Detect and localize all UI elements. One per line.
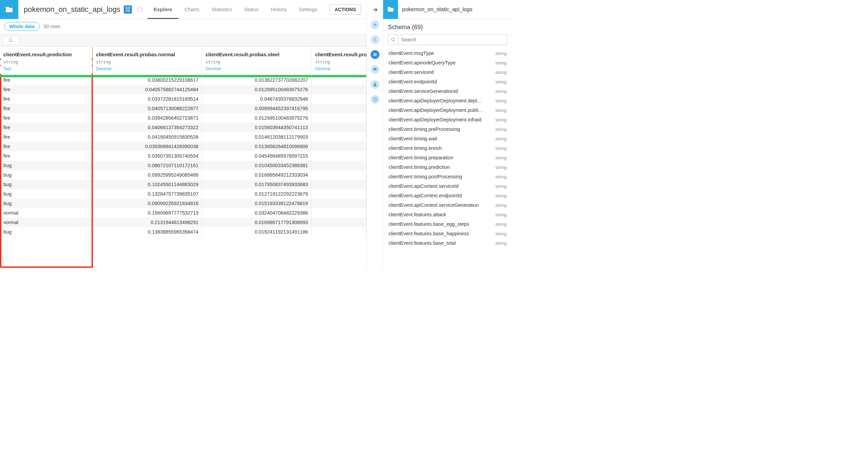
schema-field[interactable]: clientEvent.timing.postProcessingstring xyxy=(388,172,507,181)
table-row[interactable]: fire0.040571300882228770.009994452397416… xyxy=(0,104,367,113)
table-cell: 0.039368941428390036 xyxy=(93,142,202,151)
schema-field[interactable]: clientEvent.features.base_happinessstrin… xyxy=(388,229,507,238)
schema-field[interactable]: clientEvent.timing.enrichstring xyxy=(388,143,507,153)
schema-field-name: clientEvent.features.attack xyxy=(389,212,446,217)
table-row[interactable]: bug0.086721071101721610.0104500334523883… xyxy=(0,161,367,170)
info-icon[interactable]: i xyxy=(371,35,379,44)
schema-field[interactable]: clientEvent.timing.waitstring xyxy=(388,134,507,143)
table-cell: 0.04190450915830528 xyxy=(93,132,202,142)
data-table: clientEvent.result.prediction clientEven… xyxy=(0,47,367,237)
table-cell: fire xyxy=(0,85,93,94)
table-cell xyxy=(312,218,367,227)
schema-field[interactable]: clientEvent.apiDeployerDeployment.deplo…… xyxy=(388,96,507,105)
schema-field[interactable]: clientEvent.serviceGenerationIdstring xyxy=(388,86,507,96)
table-cell: 0.015193339122478819 xyxy=(202,199,312,208)
schema-search[interactable] xyxy=(388,34,507,45)
schema-field[interactable]: clientEvent.apiDeployerDeployment.infraI… xyxy=(388,115,507,124)
schema-field[interactable]: clientEvent.apiContext.serviceIdstring xyxy=(388,181,507,191)
schema-search-input[interactable] xyxy=(398,37,507,42)
schema-field-name: clientEvent.timing.prediction xyxy=(389,164,450,170)
clock-icon[interactable] xyxy=(371,95,379,104)
actions-button[interactable]: ACTIONS xyxy=(330,4,361,15)
tab-explore[interactable]: Explore xyxy=(147,0,178,19)
filter-search[interactable] xyxy=(3,36,19,45)
table-row[interactable]: fire0.033722818151695140.046743537683294… xyxy=(0,94,367,104)
table-row[interactable]: normal0.21319446134982910.01698671779130… xyxy=(0,218,367,227)
tab-settings[interactable]: Settings xyxy=(293,0,323,19)
schema-field-type: string xyxy=(495,165,507,170)
flask-icon[interactable] xyxy=(371,80,379,89)
table-row[interactable]: bug0.132847577398351070.0127191222922236… xyxy=(0,189,367,199)
schema-list: clientEvent.msgTypestringclientEvent.api… xyxy=(388,48,507,265)
col-storage: string xyxy=(202,60,312,65)
table-row[interactable]: fire0.040661373542733220.015603944350741… xyxy=(0,123,367,132)
schema-field[interactable]: clientEvent.endpointIdstring xyxy=(388,77,507,86)
col-meaning[interactable]: Decimal xyxy=(202,66,312,74)
schema-field[interactable]: clientEvent.timing.preparationstring xyxy=(388,153,507,162)
table-cell xyxy=(312,170,367,180)
col-meaning[interactable]: Text xyxy=(0,66,93,74)
table-row[interactable]: bug0.102455011448830290.0179508374939336… xyxy=(0,180,367,189)
table-row[interactable]: fire0.039428564027238710.012995100483975… xyxy=(0,113,367,123)
col-header[interactable]: clientEvent.result.prediction xyxy=(0,47,93,59)
col-header[interactable]: clientEvent.result.probas.normal xyxy=(93,47,202,59)
schema-field[interactable]: clientEvent.features.base_totalstring xyxy=(388,238,507,248)
gdpr-badge[interactable]: GD PR xyxy=(124,5,132,14)
col-meaning[interactable]: Decimal xyxy=(312,66,367,74)
schema-heading: Schema (69) xyxy=(388,24,507,31)
schema-field[interactable]: clientEvent.timing.preProcessingstring xyxy=(388,124,507,134)
table-cell xyxy=(312,227,367,237)
data-table-wrap: clientEvent.result.prediction clientEven… xyxy=(0,47,367,268)
table-cell: fire xyxy=(0,123,93,132)
table-cell: normal xyxy=(0,208,93,218)
col-header[interactable]: clientEvent.result.probas.steel xyxy=(202,47,312,59)
tab-charts[interactable]: Charts xyxy=(178,0,205,19)
schema-field-name: clientEvent.apiDeployerDeployment.infraI… xyxy=(389,117,481,122)
table-row[interactable]: bug0.138388559653584740.0192411921314911… xyxy=(0,227,367,237)
schema-field-type: string xyxy=(495,241,507,246)
panel-title: pokemon_on_static_api_logs xyxy=(402,6,472,13)
schema-field[interactable]: clientEvent.msgTypestring xyxy=(388,48,507,58)
table-row[interactable]: bug0.090992269218348160.0151933391224788… xyxy=(0,199,367,208)
table-cell xyxy=(312,113,367,123)
table-row[interactable]: fire0.035073513057405540.045456485976097… xyxy=(0,151,367,161)
col-header[interactable]: clientEvent.result.pro xyxy=(312,47,367,59)
schema-field[interactable]: clientEvent.apiDeployerDeployment.publis… xyxy=(388,105,507,115)
table-row[interactable]: fire0.0405758827441254840.01299510048397… xyxy=(0,85,367,94)
schema-field[interactable]: clientEvent.features.attackstring xyxy=(388,210,507,219)
table-row[interactable]: normal0.156096977775327130.0324047084822… xyxy=(0,208,367,218)
schema-field[interactable]: clientEvent.features.base_egg_stepsstrin… xyxy=(388,219,507,229)
app-logo[interactable] xyxy=(0,0,18,19)
schema-field-type: string xyxy=(495,60,507,65)
tab-status[interactable]: Status xyxy=(238,0,265,19)
schema-field[interactable]: clientEvent.apinodeQueryTypestring xyxy=(388,58,507,67)
table-row[interactable]: bug0.099259952490854660.0168958492123330… xyxy=(0,170,367,180)
tab-statistics[interactable]: Statistics xyxy=(205,0,238,19)
filter-bar xyxy=(0,34,367,47)
schema-field-type: string xyxy=(495,184,507,189)
scope-pill[interactable]: Whole data xyxy=(4,22,40,31)
refresh-icon[interactable] xyxy=(137,6,143,13)
tab-history[interactable]: History xyxy=(265,0,293,19)
table-cell: 0.10245501144883029 xyxy=(93,180,202,189)
table-cell: fire xyxy=(0,132,93,142)
chat-icon[interactable] xyxy=(371,65,379,74)
table-row[interactable]: fire0.0393689414283900360.01365626481009… xyxy=(0,142,367,151)
schema-field[interactable]: clientEvent.timing.predictionstring xyxy=(388,162,507,172)
arrow-right-icon[interactable] xyxy=(371,5,379,14)
plus-icon[interactable] xyxy=(371,20,379,29)
col-meaning[interactable]: Decimal xyxy=(93,66,202,74)
panel-logo[interactable] xyxy=(383,0,398,19)
schema-field[interactable]: clientEvent.apiContext.endpointIdstring xyxy=(388,191,507,200)
table-row[interactable]: fire0.041904509158305280.014612038112179… xyxy=(0,132,367,142)
table-cell: 0.016986717791308993 xyxy=(202,218,312,227)
subbar: Whole data 50 rows xyxy=(0,19,367,34)
schema-field[interactable]: clientEvent.serviceIdstring xyxy=(388,67,507,77)
schema-field[interactable]: clientEvent.apiContext.serviceGeneration… xyxy=(388,200,507,210)
search-icon xyxy=(388,35,398,45)
list-icon[interactable] xyxy=(371,50,379,59)
schema-field-type: string xyxy=(495,193,507,198)
table-cell xyxy=(312,208,367,218)
svg-point-2 xyxy=(391,38,394,41)
schema-field-name: clientEvent.apiContext.serviceGeneration xyxy=(389,202,479,208)
